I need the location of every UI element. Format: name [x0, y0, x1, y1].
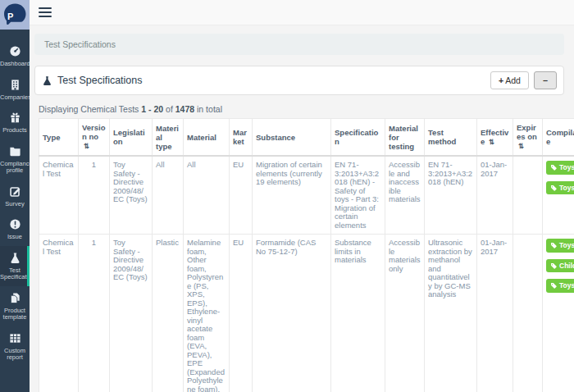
- badge-label: Toys EE: [559, 281, 574, 290]
- template-icon: [9, 292, 21, 304]
- column-label: Legislation: [113, 128, 145, 146]
- cell-compliance: Toys imChildcaToys EE: [543, 235, 574, 392]
- cell-material_type: Plastic: [153, 235, 184, 392]
- minus-icon: −: [543, 75, 548, 85]
- test-specifications-table: TypeVersion no ⇅LegislationMaterial type…: [39, 118, 574, 392]
- sidebar: P DashboardsCompaniesProductsCompliance …: [0, 0, 30, 392]
- column-header-material_for_testing: Material for testing: [385, 119, 425, 157]
- column-label: Material: [187, 133, 216, 142]
- sidebar-item-issue[interactable]: Issue: [0, 212, 30, 246]
- column-label: Market: [233, 128, 247, 146]
- compliance-badge: Toys EE: [546, 279, 574, 293]
- app-root: { "app": { "logo_letter": "P" }, "colors…: [0, 0, 574, 392]
- cell-effective: 01-Jan-2017: [477, 235, 513, 392]
- sidebar-item-companies[interactable]: Companies: [0, 73, 30, 107]
- sidebar-item-survey[interactable]: Survey: [0, 180, 30, 213]
- badge-label: Toys im: [559, 163, 574, 172]
- cell-substance: Formamide (CAS No 75-12-7): [253, 235, 331, 392]
- sidebar-item-label: Test Specification: [0, 267, 30, 281]
- flask-icon: [9, 252, 21, 264]
- column-label: Substance: [256, 133, 295, 142]
- column-header-substance: Substance: [253, 119, 331, 157]
- add-button[interactable]: +Add: [490, 71, 529, 89]
- sidebar-item-dashboards[interactable]: Dashboards: [0, 39, 30, 73]
- cell-effective: 01-Jan-2017: [477, 156, 513, 235]
- sidebar-item-label: Companies: [0, 94, 30, 102]
- companies-icon: [9, 79, 21, 91]
- table-row[interactable]: Chemical Test1Toy Safety - Directive 200…: [39, 235, 574, 392]
- column-header-expires[interactable]: Expires on ⇅: [513, 119, 543, 157]
- cell-substance: Migration of certain elements (currently…: [253, 156, 331, 235]
- sort-icon[interactable]: ⇅: [84, 142, 89, 150]
- page-title-text: Test Specifications: [57, 75, 143, 86]
- survey-icon: [9, 185, 21, 198]
- results-summary: Displaying Chemical Tests 1 - 20 of 1478…: [39, 104, 564, 114]
- table-row[interactable]: Chemical Test1Toy Safety - Directive 200…: [39, 156, 574, 235]
- summary-of: of: [166, 104, 173, 114]
- summary-prefix: Displaying Chemical Tests: [39, 104, 139, 114]
- sidebar-item-compliance-profile[interactable]: Compliance profile: [0, 139, 30, 180]
- sort-icon[interactable]: ⇅: [489, 138, 494, 146]
- badge-label: Childca: [559, 262, 574, 271]
- sidebar-item-label: Dashboards: [0, 61, 30, 68]
- sidebar-item-label: Compliance profile: [0, 161, 30, 175]
- column-header-effective[interactable]: Effective ⇅: [477, 119, 513, 157]
- cell-material_for_testing: Accessible materials only: [385, 235, 425, 392]
- sidebar-item-products[interactable]: Products: [0, 106, 30, 139]
- products-icon: [9, 112, 21, 124]
- summary-range: 1 - 20: [141, 104, 163, 114]
- collapse-button[interactable]: −: [534, 71, 557, 89]
- summary-total: 1478: [175, 104, 194, 114]
- cell-material_type: All: [153, 156, 184, 235]
- sidebar-item-custom-report[interactable]: Custom report: [0, 326, 30, 367]
- sidebar-item-label: Issue: [7, 234, 22, 241]
- compliance-badge: Toys im: [546, 161, 574, 175]
- cell-expires: [513, 156, 543, 235]
- column-header-legislation: Legislation: [110, 119, 153, 157]
- cell-legislation: Toy Safety - Directive 2009/48/EC (Toys): [110, 156, 153, 235]
- cell-specification: Substance limits in materials: [331, 235, 385, 392]
- column-label: Specification: [335, 128, 378, 146]
- summary-suffix: in total: [197, 104, 222, 114]
- cell-material: Melamine foam, Other foam, Polystyrene (…: [184, 235, 230, 392]
- sort-icon[interactable]: ⇅: [518, 142, 524, 150]
- add-button-label: Add: [505, 75, 521, 85]
- compliance-badge: Childca: [546, 259, 574, 273]
- column-label: Test method: [428, 128, 456, 146]
- column-header-specification: Specification: [331, 119, 385, 157]
- column-label: Material for testing: [389, 124, 418, 151]
- page-title: Test Specifications: [42, 75, 143, 86]
- cell-material: All: [184, 156, 230, 235]
- main-area: Test Specifications Test Specifications …: [30, 0, 574, 392]
- cell-material_for_testing: Accessible and inaccessible materials: [385, 156, 425, 235]
- compliance-badge: Toys im: [546, 239, 574, 253]
- menu-toggle-button[interactable]: [37, 3, 53, 21]
- column-header-material_type: Material type: [153, 119, 184, 157]
- plus-icon: +: [499, 75, 503, 85]
- sidebar-item-label: Products: [2, 127, 27, 134]
- cell-legislation: Toy Safety - Directive 2009/48/EC (Toys): [110, 235, 153, 392]
- sidebar-item-product-template[interactable]: Product template: [0, 286, 30, 326]
- sidebar-item-label: Custom report: [0, 348, 30, 362]
- app-logo[interactable]: P: [0, 0, 30, 30]
- report-icon: [9, 332, 21, 344]
- sidebar-item-label: Product template: [0, 308, 30, 321]
- cell-test_method: Ultrasonic extraction by methanol and qu…: [425, 235, 477, 392]
- helmet-logo-icon: [0, 0, 30, 30]
- dashboard-icon: [9, 45, 21, 57]
- cell-specification: EN 71-3:2013+A3:2018 (hEN) - Safety of t…: [331, 156, 385, 235]
- tag-icon: [550, 262, 557, 269]
- column-header-market: Market: [230, 119, 253, 157]
- column-header-version[interactable]: Version no ⇅: [79, 119, 110, 157]
- badge-label: Toys im: [559, 241, 574, 250]
- breadcrumb: Test Specifications: [34, 34, 564, 55]
- topbar: [30, 0, 574, 25]
- cell-type: Chemical Test: [39, 156, 79, 235]
- column-header-type: Type: [39, 119, 79, 157]
- breadcrumb-item: Test Specifications: [44, 39, 116, 49]
- issue-icon: [9, 218, 21, 230]
- content-area: Test Specifications Test Specifications …: [30, 25, 574, 392]
- sidebar-item-test-specification[interactable]: Test Specification: [0, 246, 30, 286]
- logo-letter: P: [7, 12, 13, 21]
- sidebar-item-label: Survey: [5, 201, 24, 208]
